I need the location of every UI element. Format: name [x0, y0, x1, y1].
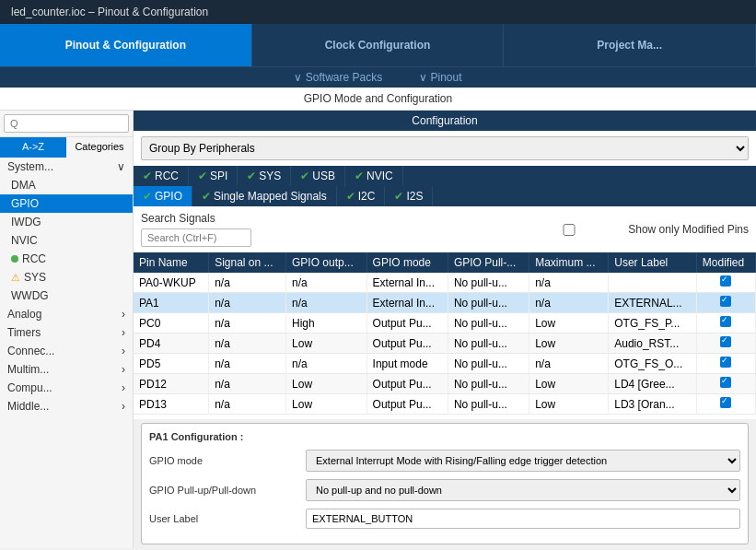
gpio-check-icon: ✔ [143, 190, 152, 203]
modified-checkbox[interactable] [720, 357, 731, 368]
title-bar: led_counter.ioc – Pinout & Configuration [0, 0, 756, 24]
software-packs-link[interactable]: ∨ Software Packs [294, 71, 382, 84]
config-row-pull: GPIO Pull-up/Pull-down No pull-up and no… [149, 479, 740, 501]
col-modified: Modified [696, 252, 755, 273]
sidebar-group-system[interactable]: System... ∨ [0, 158, 133, 176]
modified-checkbox[interactable] [720, 397, 731, 408]
sidebar-items: System... ∨ DMA GPIO IWDG NVIC RCC ⚠ SYS [0, 158, 133, 548]
pinout-link[interactable]: ∨ Pinout [419, 71, 461, 84]
gpio-pull-label: GPIO Pull-up/Pull-down [149, 485, 297, 496]
sidebar-group-multim[interactable]: Multim... › [0, 360, 133, 379]
table-row[interactable]: PD13n/aLowOutput Pu...No pull-u...LowLD3… [134, 394, 756, 415]
tab-categories[interactable]: Categories [66, 137, 133, 158]
table-row[interactable]: PA0-WKUPn/an/aExternal In...No pull-u...… [134, 273, 756, 293]
search-signals-row: Search Signals Show only Modified Pins [134, 206, 756, 252]
tab-spi[interactable]: ✔ SPI [189, 166, 238, 186]
peripheral-dropdown-row: Group By Peripherals [134, 131, 756, 166]
col-user-label: User Label [609, 252, 697, 273]
col-gpio-pull: GPIO Pull-... [448, 252, 529, 273]
sys-warning-icon: ⚠ [11, 272, 20, 284]
user-label-input[interactable] [306, 509, 740, 529]
table-header-row: Pin Name Signal on ... GPIO outp... GPIO… [134, 252, 756, 273]
gpio-mode-label: GPIO mode [149, 455, 297, 466]
spi-check-icon: ✔ [198, 170, 207, 182]
sidebar-group-analog[interactable]: Analog › [0, 305, 133, 323]
nvic-check-icon: ✔ [355, 170, 364, 182]
sidebar-search-area [0, 111, 133, 137]
sidebar-item-iwdg[interactable]: IWDG [0, 213, 133, 231]
config-panel-title: PA1 Configuration : [149, 431, 740, 442]
table-body: PA0-WKUPn/an/aExternal In...No pull-u...… [134, 273, 756, 415]
main-panel: Configuration Group By Peripherals ✔ RCC… [134, 111, 756, 548]
sidebar: A->Z Categories System... ∨ DMA GPIO IWD… [0, 111, 134, 548]
show-modified-checkbox[interactable] [514, 224, 624, 236]
signals-table: Pin Name Signal on ... GPIO outp... GPIO… [134, 252, 756, 419]
peripheral-tabs-row1: ✔ RCC ✔ SPI ✔ SYS ✔ USB ✔ NVIC [134, 166, 756, 186]
sidebar-group-compu[interactable]: Compu... › [0, 379, 133, 397]
table-row[interactable]: PD4n/aLowOutput Pu...No pull-u...LowAudi… [134, 334, 756, 354]
col-maximum: Maximum ... [529, 252, 609, 273]
peripheral-tabs-row2: ✔ GPIO ✔ Single Mapped Signals ✔ I2C ✔ I… [134, 186, 756, 206]
sidebar-search-input[interactable] [4, 114, 129, 133]
col-gpio-out: GPIO outp... [286, 252, 367, 273]
table-row[interactable]: PA1n/an/aExternal In...No pull-u...n/aEX… [134, 293, 756, 313]
tab-gpio[interactable]: ✔ GPIO [134, 186, 192, 206]
tab-single-mapped[interactable]: ✔ Single Mapped Signals [192, 186, 337, 206]
peripheral-dropdown[interactable]: Group By Peripherals [141, 136, 749, 160]
search-signals-left: Search Signals [141, 212, 251, 247]
sidebar-item-sys[interactable]: ⚠ SYS [0, 268, 133, 287]
rcc-status-dot [11, 255, 18, 263]
tab-project[interactable]: Project Ma... [504, 24, 756, 66]
col-gpio-mode: GPIO mode [366, 252, 448, 273]
sidebar-group-connec[interactable]: Connec... › [0, 342, 133, 360]
modified-checkbox[interactable] [720, 316, 731, 327]
sidebar-tabs: A->Z Categories [0, 137, 133, 158]
config-row-gpio-mode: GPIO mode External Interrupt Mode with R… [149, 450, 740, 472]
gpio-header: GPIO Mode and Configuration [0, 88, 756, 111]
modified-checkbox[interactable] [720, 275, 731, 287]
tab-usb[interactable]: ✔ USB [291, 166, 345, 186]
sidebar-item-gpio[interactable]: GPIO [0, 194, 133, 213]
tab-clock[interactable]: Clock Configuration [252, 24, 505, 66]
sidebar-item-rcc[interactable]: RCC [0, 250, 133, 268]
sidebar-item-dma[interactable]: DMA [0, 176, 133, 194]
modified-checkbox[interactable] [720, 296, 731, 307]
tab-i2c[interactable]: ✔ I2C [337, 186, 386, 206]
table-row[interactable]: PC0n/aHighOutput Pu...No pull-u...LowOTG… [134, 313, 756, 334]
sidebar-group-middle[interactable]: Middle... › [0, 397, 133, 415]
i2s-check-icon: ✔ [394, 190, 403, 203]
show-modified-label: Show only Modified Pins [628, 223, 749, 236]
show-modified-row: Show only Modified Pins [514, 223, 749, 236]
user-label-label: User Label [149, 513, 297, 524]
main-nav: Pinout & Configuration Clock Configurati… [0, 24, 756, 66]
tab-sys[interactable]: ✔ SYS [238, 166, 291, 186]
title-text: led_counter.ioc – Pinout & Configuration [11, 6, 208, 18]
tab-rcc[interactable]: ✔ RCC [134, 166, 189, 186]
table-row[interactable]: PD12n/aLowOutput Pu...No pull-u...LowLD4… [134, 374, 756, 394]
sys-check-icon: ✔ [247, 170, 256, 182]
config-panel: PA1 Configuration : GPIO mode External I… [141, 423, 749, 544]
single-mapped-check-icon: ✔ [202, 190, 211, 203]
sidebar-group-timers[interactable]: Timers › [0, 323, 133, 342]
sidebar-item-wwdg[interactable]: WWDG [0, 287, 133, 305]
sidebar-item-nvic[interactable]: NVIC [0, 231, 133, 250]
modified-checkbox[interactable] [720, 377, 731, 388]
gpio-pull-select[interactable]: No pull-up and no pull-down [306, 479, 740, 501]
table-row[interactable]: PD5n/an/aInput modeNo pull-u...n/aOTG_FS… [134, 354, 756, 374]
tab-i2s[interactable]: ✔ I2S [385, 186, 433, 206]
sub-nav: ∨ Software Packs ∨ Pinout [0, 66, 756, 88]
modified-checkbox[interactable] [720, 336, 731, 347]
usb-check-icon: ✔ [300, 170, 309, 182]
col-pin-name: Pin Name [134, 252, 209, 273]
search-signals-input[interactable] [141, 228, 251, 247]
i2c-check-icon: ✔ [346, 190, 355, 203]
tab-nvic[interactable]: ✔ NVIC [345, 166, 403, 186]
config-row-user-label: User Label [149, 509, 740, 529]
gpio-mode-select[interactable]: External Interrupt Mode with Rising/Fall… [306, 450, 740, 472]
content-area: A->Z Categories System... ∨ DMA GPIO IWD… [0, 111, 756, 548]
panel-title: Configuration [134, 111, 756, 131]
tab-pinout[interactable]: Pinout & Configuration [0, 24, 252, 66]
signals-data-table: Pin Name Signal on ... GPIO outp... GPIO… [134, 252, 756, 415]
rcc-check-icon: ✔ [143, 170, 152, 182]
tab-az[interactable]: A->Z [0, 137, 66, 158]
